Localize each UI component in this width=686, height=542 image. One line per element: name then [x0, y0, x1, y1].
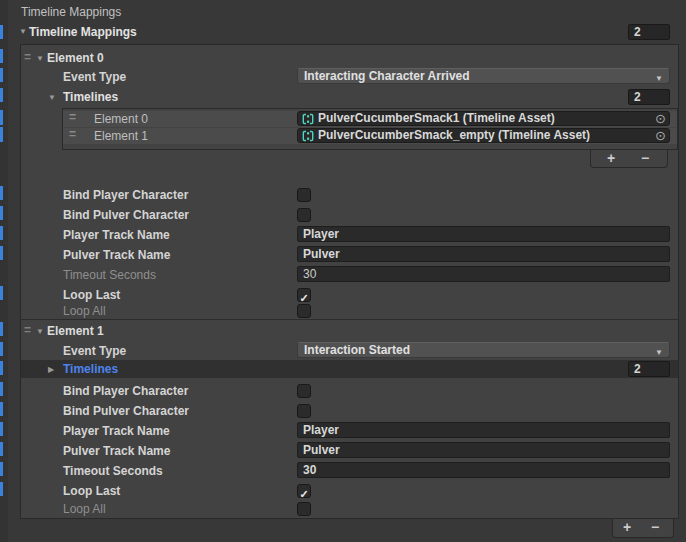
- timeline-mappings-list-box: = ▼ Element 0 Event Type Interacting Cha…: [20, 44, 679, 519]
- object-field[interactable]: PulverCucumberSmack_empty (Timeline Asse…: [297, 128, 670, 143]
- pulver-track-input[interactable]: Pulver: [297, 246, 670, 262]
- foldout-open-icon[interactable]: ▼: [48, 89, 56, 107]
- timelines-foldout-label[interactable]: Timelines: [63, 360, 118, 378]
- timeout-label: Timeout Seconds: [63, 462, 163, 480]
- pulver-track-input[interactable]: Pulver: [297, 442, 670, 458]
- override-indicator: [0, 110, 3, 125]
- loop-last-row: Loop Last ✓: [21, 482, 678, 502]
- timeout-input[interactable]: 30: [297, 462, 670, 478]
- element-separator: [21, 319, 678, 320]
- bind-pulver-row: Bind Pulver Character: [21, 402, 678, 422]
- element-title[interactable]: Element 0: [47, 49, 104, 67]
- player-track-label: Player Track Name: [63, 422, 170, 440]
- timelines-list-box: = Element 0 PulverCucumberSmack1 (Timeli…: [62, 108, 678, 150]
- drag-handle-icon[interactable]: =: [69, 126, 76, 142]
- override-indicator: [0, 361, 3, 375]
- timeline-list-item[interactable]: = Element 1 PulverCucumberSmack_empty (T…: [63, 128, 677, 144]
- bind-player-row: Bind Player Character: [21, 382, 678, 402]
- loop-all-label: Loop All: [63, 500, 106, 518]
- override-indicator: [0, 127, 3, 142]
- override-indicator: [0, 186, 3, 200]
- pulver-track-row: Pulver Track Name Pulver: [21, 246, 678, 266]
- object-field-value: PulverCucumberSmack1 (Timeline Asset): [318, 112, 555, 125]
- override-indicator: [0, 322, 3, 336]
- drag-handle-icon[interactable]: =: [24, 48, 31, 66]
- override-indicator: [0, 25, 3, 39]
- loop-all-checkbox[interactable]: [297, 502, 311, 516]
- loop-all-checkbox[interactable]: [297, 304, 311, 318]
- loop-last-checkbox[interactable]: ✓: [297, 484, 311, 498]
- loop-all-row: Loop All: [21, 500, 678, 520]
- drag-handle-icon[interactable]: =: [69, 109, 76, 125]
- timelines-size-field[interactable]: 2: [628, 361, 670, 377]
- override-indicator: [0, 88, 3, 102]
- bind-player-row: Bind Player Character: [21, 186, 678, 206]
- timeout-row: Timeout Seconds 30: [21, 462, 678, 482]
- override-indicator: [0, 382, 3, 396]
- timelines-foldout-row[interactable]: ▶ Timelines 2: [21, 360, 678, 380]
- override-indicator: [0, 206, 3, 220]
- dropdown-arrow-icon: ▼: [655, 72, 663, 86]
- timeline-list-item[interactable]: = Element 0 PulverCucumberSmack1 (Timeli…: [63, 111, 677, 127]
- event-type-dropdown[interactable]: Interaction Started ▼: [297, 342, 670, 358]
- player-track-row: Player Track Name Player: [21, 226, 678, 246]
- timeline-asset-icon: [302, 130, 314, 142]
- player-track-row: Player Track Name Player: [21, 422, 678, 442]
- loop-last-checkbox[interactable]: ✓: [297, 288, 311, 302]
- array-size-field[interactable]: 2: [628, 24, 670, 40]
- event-type-row: Event Type Interaction Started ▼: [21, 342, 678, 362]
- bind-pulver-checkbox[interactable]: [297, 208, 311, 222]
- pulver-track-label: Pulver Track Name: [63, 442, 170, 460]
- override-indicator: [0, 286, 3, 300]
- bind-player-checkbox[interactable]: [297, 188, 311, 202]
- bind-player-label: Bind Player Character: [63, 382, 188, 400]
- override-indicator: [0, 462, 3, 476]
- timeout-label: Timeout Seconds: [63, 266, 156, 284]
- dropdown-value: Interaction Started: [304, 343, 410, 357]
- object-picker-icon[interactable]: ⊙: [655, 112, 666, 125]
- bind-pulver-label: Bind Pulver Character: [63, 206, 189, 224]
- player-track-input[interactable]: Player: [297, 226, 670, 242]
- object-field[interactable]: PulverCucumberSmack1 (Timeline Asset) ⊙: [297, 111, 670, 126]
- foldout-open-icon[interactable]: ▼: [36, 50, 44, 68]
- property-label: Timeline Mappings: [21, 4, 121, 20]
- override-indicator: [0, 246, 3, 260]
- override-indicator: [0, 342, 3, 356]
- timelines-foldout-row[interactable]: ▼ Timelines 2: [21, 88, 678, 108]
- bind-pulver-row: Bind Pulver Character: [21, 206, 678, 226]
- bind-player-checkbox[interactable]: [297, 384, 311, 398]
- element-1-header[interactable]: = ▼ Element 1: [21, 322, 678, 342]
- bind-player-label: Bind Player Character: [63, 186, 188, 204]
- timeline-mappings-header[interactable]: ▼ Timeline Mappings: [8, 23, 686, 41]
- timeline-mappings-list-footer: + −: [612, 519, 674, 538]
- foldout-open-icon[interactable]: ▼: [19, 24, 27, 40]
- foldout-open-icon[interactable]: ▼: [36, 323, 44, 341]
- checkmark-icon: ✓: [299, 488, 308, 500]
- player-track-input[interactable]: Player: [297, 422, 670, 438]
- element-title[interactable]: Element 1: [47, 322, 104, 340]
- event-type-dropdown[interactable]: Interacting Character Arrived ▼: [297, 68, 670, 84]
- element-0-header[interactable]: = ▼ Element 0: [21, 49, 678, 69]
- timelines-foldout-label[interactable]: Timelines: [63, 88, 118, 106]
- dropdown-value: Interacting Character Arrived: [304, 69, 470, 83]
- timelines-size-field[interactable]: 2: [628, 89, 670, 105]
- add-button[interactable]: +: [623, 519, 631, 536]
- timeout-row: Timeout Seconds 30: [21, 266, 678, 286]
- pulver-track-label: Pulver Track Name: [63, 246, 170, 264]
- override-indicator: [0, 442, 3, 456]
- object-picker-icon[interactable]: ⊙: [655, 129, 666, 142]
- drag-handle-icon[interactable]: =: [24, 321, 31, 339]
- override-indicator: [0, 68, 3, 82]
- add-button[interactable]: +: [607, 150, 615, 167]
- override-indicator: [0, 49, 3, 63]
- list-item-label: Element 0: [94, 111, 148, 127]
- timeline-mappings-foldout-label[interactable]: Timeline Mappings: [29, 23, 137, 41]
- remove-button[interactable]: −: [641, 150, 649, 167]
- timeout-input[interactable]: 30: [297, 266, 670, 282]
- bind-pulver-checkbox[interactable]: [297, 404, 311, 418]
- object-field-value: PulverCucumberSmack_empty (Timeline Asse…: [318, 129, 590, 142]
- event-type-label: Event Type: [63, 342, 126, 360]
- foldout-closed-icon[interactable]: ▶: [48, 361, 54, 379]
- loop-all-label: Loop All: [63, 302, 106, 320]
- remove-button[interactable]: −: [651, 519, 659, 536]
